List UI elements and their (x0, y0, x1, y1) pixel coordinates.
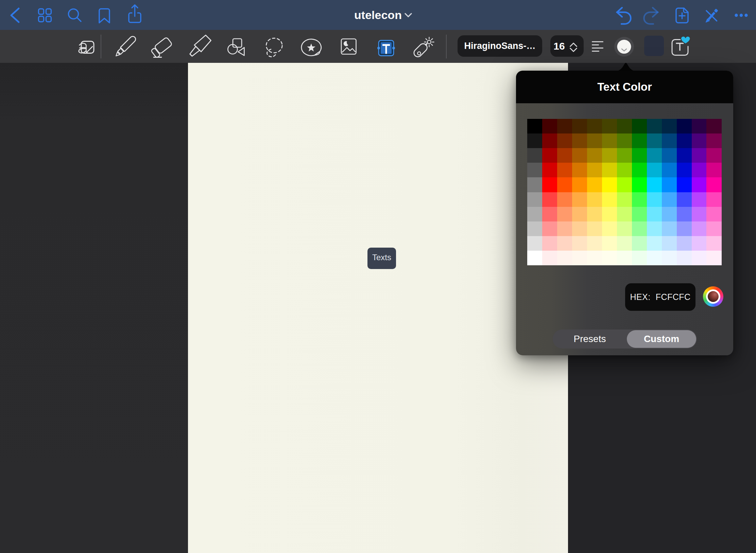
svg-text:16: 16 (553, 40, 565, 52)
